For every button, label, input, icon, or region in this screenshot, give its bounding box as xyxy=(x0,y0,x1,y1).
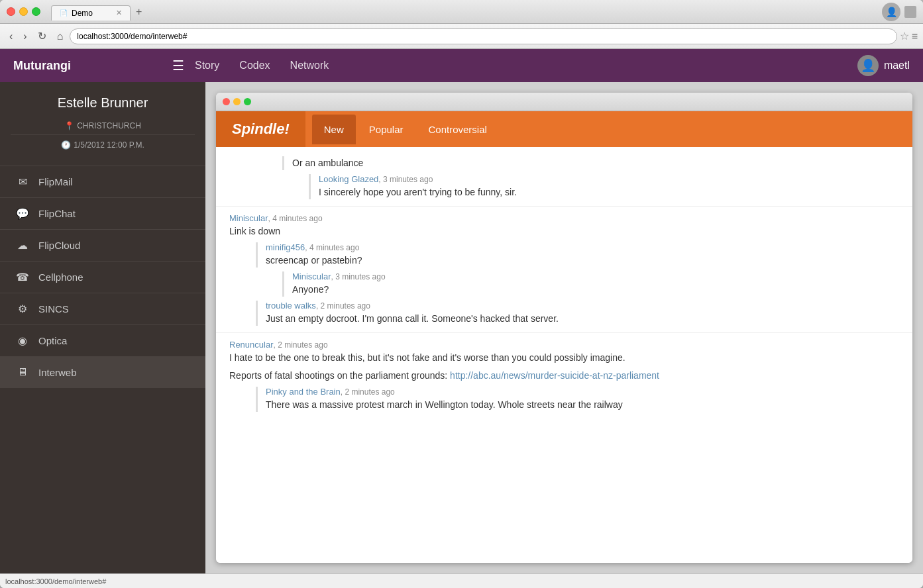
sidebar-item-sincs[interactable]: ⚙ SINCS xyxy=(0,293,205,325)
time-looking-glazed: , 3 minutes ago xyxy=(378,175,433,184)
sidebar-item-optica[interactable]: ◉ Optica xyxy=(0,325,205,357)
comment-miniscular-1: Miniscular, 4 minutes ago Link is down xyxy=(216,209,912,240)
minimize-button[interactable] xyxy=(19,7,28,16)
tab-area: 📄 Demo ✕ + xyxy=(51,3,877,21)
comment-looking-glazed: Looking Glazed, 3 minutes ago I sincerel… xyxy=(216,172,912,203)
user-location: 📍 CHRISTCHURCH xyxy=(11,117,195,135)
sidebar-label-flipcloud: FlipCloud xyxy=(38,240,80,251)
forward-button[interactable]: › xyxy=(19,28,30,45)
comments-area: Or an ambulance Looking Glazed, 3 minute… xyxy=(216,147,912,563)
cloud-icon: ☁ xyxy=(16,239,29,252)
toolbar-right: ☆ ≡ xyxy=(900,30,918,42)
back-button[interactable]: ‹ xyxy=(5,28,17,45)
sidebar-label-flipmail: FlipMail xyxy=(38,176,73,187)
user-avatar: 👤 xyxy=(857,55,879,76)
new-tab-button[interactable]: + xyxy=(131,3,147,21)
address-bar[interactable] xyxy=(70,28,896,44)
phone-icon: ☎ xyxy=(16,271,29,283)
eye-icon: ◉ xyxy=(16,334,29,347)
comment-trouble-walks: trouble walks, 2 minutes ago Just an emp… xyxy=(216,298,912,330)
app-container: Muturangi ☰ Story Codex Network 👤 maetl … xyxy=(0,49,923,573)
news-link[interactable]: http://abc.au/news/murder-suicide-at-nz-… xyxy=(450,370,659,381)
spindle-brand: Spindle! xyxy=(216,111,305,147)
comment-meta-renuncular: Renuncular, 2 minutes ago xyxy=(229,340,899,350)
spindle-tab-popular[interactable]: Popular xyxy=(357,115,415,144)
nav-link-network[interactable]: Network xyxy=(290,60,329,72)
nav-link-codex[interactable]: Codex xyxy=(239,60,270,72)
browser-statusbar: localhost:3000/demo/interweb# xyxy=(0,573,923,588)
spindle-tabs: New Popular Controversial xyxy=(305,111,506,147)
tab-page-icon: 📄 xyxy=(60,9,68,17)
time-miniscular-1: , 4 minutes ago xyxy=(268,214,323,223)
monitor-icon: 🖥 xyxy=(16,366,29,378)
sidebar-label-flipchat: FlipChat xyxy=(38,208,76,219)
author-miniscular-2[interactable]: Miniscular xyxy=(292,271,331,281)
time-trouble-walks: , 2 minutes ago xyxy=(316,301,370,311)
time-renuncular: , 2 minutes ago xyxy=(274,340,328,350)
inner-maximize[interactable] xyxy=(244,98,251,105)
nav-link-story[interactable]: Story xyxy=(195,60,219,72)
inner-close[interactable] xyxy=(223,98,230,105)
sidebar-item-interweb[interactable]: 🖥 Interweb xyxy=(0,357,205,388)
author-pinky-brain[interactable]: Pinky and the Brain xyxy=(266,387,341,397)
home-button[interactable]: ⌂ xyxy=(53,28,68,45)
time-miniscular-2: , 3 minutes ago xyxy=(331,272,386,281)
user-display-name: maetl xyxy=(884,60,910,72)
comment-meta-trouble-walks: trouble walks, 2 minutes ago xyxy=(266,301,899,311)
sidebar-item-flipmail[interactable]: ✉ FlipMail xyxy=(0,166,205,198)
author-looking-glazed[interactable]: Looking Glazed xyxy=(319,174,378,184)
comment-text-miniscular-1: Link is down xyxy=(229,224,899,238)
sidebar-user-name: Estelle Brunner xyxy=(11,95,195,111)
comment-meta-miniscular-1: Miniscular, 4 minutes ago xyxy=(229,213,899,223)
hamburger-button[interactable]: ☰ xyxy=(172,58,184,74)
comment-text-pinky-brain: There was a massive protest march in Wel… xyxy=(266,398,899,412)
puzzle-icon: ⚙ xyxy=(16,303,29,315)
sidebar-item-flipchat[interactable]: 💬 FlipChat xyxy=(0,198,205,230)
tab-title: Demo xyxy=(72,9,93,18)
comment-text-trouble-walks: Just an empty docroot. I'm gonna call it… xyxy=(266,312,899,326)
main-layout: Estelle Brunner 📍 CHRISTCHURCH 🕐 1/5/201… xyxy=(0,82,923,573)
comment-text-minifig456: screencap or pastebin? xyxy=(266,254,899,268)
time-minifig456: , 4 minutes ago xyxy=(305,243,359,252)
sidebar-label-sincs: SINCS xyxy=(38,303,69,315)
comment-text-renuncular: I hate to be the one to break this, but … xyxy=(229,351,899,365)
location-pin-icon: 📍 xyxy=(64,121,74,130)
close-button[interactable] xyxy=(7,7,15,16)
inner-minimize[interactable] xyxy=(233,98,241,105)
sidebar-item-cellphone[interactable]: ☎ Cellphone xyxy=(0,262,205,293)
browser-tab[interactable]: 📄 Demo ✕ xyxy=(51,5,131,21)
reload-button[interactable]: ↻ xyxy=(34,27,50,45)
bookmark-button[interactable]: ☆ xyxy=(900,30,909,42)
spindle-brand-text: Spindle! xyxy=(232,121,290,138)
sidebar: Estelle Brunner 📍 CHRISTCHURCH 🕐 1/5/201… xyxy=(0,82,205,573)
sidebar-label-interweb: Interweb xyxy=(38,367,77,378)
author-renuncular[interactable]: Renuncular xyxy=(229,340,274,350)
sidebar-item-flipcloud[interactable]: ☁ FlipCloud xyxy=(0,230,205,262)
comment-meta-minifig456: minifig456, 4 minutes ago xyxy=(266,242,899,252)
menu-button[interactable]: ≡ xyxy=(912,30,918,42)
window-controls xyxy=(904,6,916,18)
app-brand: Muturangi xyxy=(13,59,159,73)
comment-ambulance: Or an ambulance xyxy=(216,152,912,172)
spindle-header: Spindle! New Popular Controversial xyxy=(216,111,912,147)
time-text: 1/5/2012 12:00 P.M. xyxy=(74,140,144,150)
spindle-tab-controversial[interactable]: Controversial xyxy=(417,115,499,144)
tab-close-button[interactable]: ✕ xyxy=(116,9,122,17)
browser-user-icon: 👤 xyxy=(882,3,900,21)
browser-titlebar: 📄 Demo ✕ + 👤 xyxy=(0,0,923,24)
comment-meta-pinky-brain: Pinky and the Brain, 2 minutes ago xyxy=(266,387,899,397)
nav-links: Story Codex Network xyxy=(195,60,857,72)
traffic-lights xyxy=(7,7,40,16)
author-minifig456[interactable]: minifig456 xyxy=(266,242,305,252)
sidebar-label-cellphone: Cellphone xyxy=(38,271,83,283)
author-miniscular-1[interactable]: Miniscular xyxy=(229,213,268,223)
author-trouble-walks[interactable]: trouble walks xyxy=(266,301,316,311)
mail-icon: ✉ xyxy=(16,175,29,188)
app-nav: Muturangi ☰ Story Codex Network 👤 maetl xyxy=(0,49,923,82)
inner-browser: Spindle! New Popular Controversial xyxy=(216,93,912,563)
sidebar-label-optica: Optica xyxy=(38,335,67,346)
spindle-tab-new[interactable]: New xyxy=(312,115,356,144)
nav-user: 👤 maetl xyxy=(857,55,910,76)
maximize-button[interactable] xyxy=(32,7,40,16)
location-text: CHRISTCHURCH xyxy=(77,121,141,130)
